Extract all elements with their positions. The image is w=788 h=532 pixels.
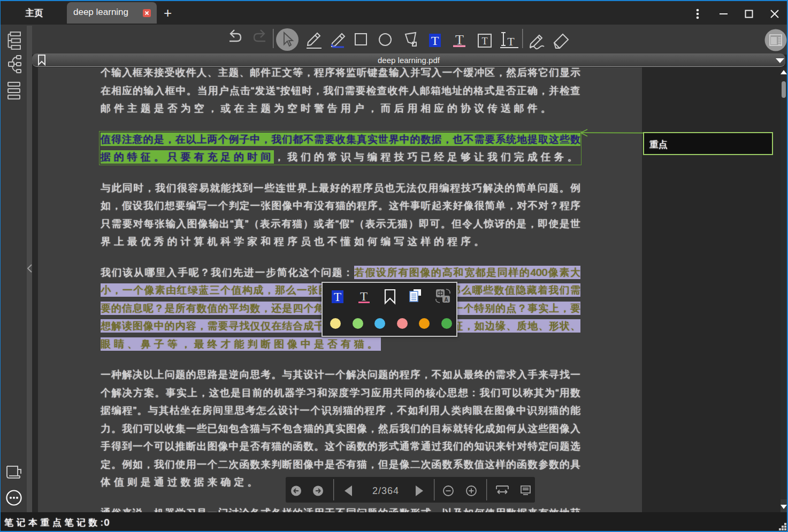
svg-text:T: T: [360, 290, 368, 303]
svg-text:T: T: [507, 35, 515, 48]
svg-text:T: T: [482, 36, 488, 47]
svg-text:T: T: [431, 34, 439, 48]
svg-text:T: T: [334, 290, 341, 304]
svg-text:A: A: [444, 297, 448, 303]
